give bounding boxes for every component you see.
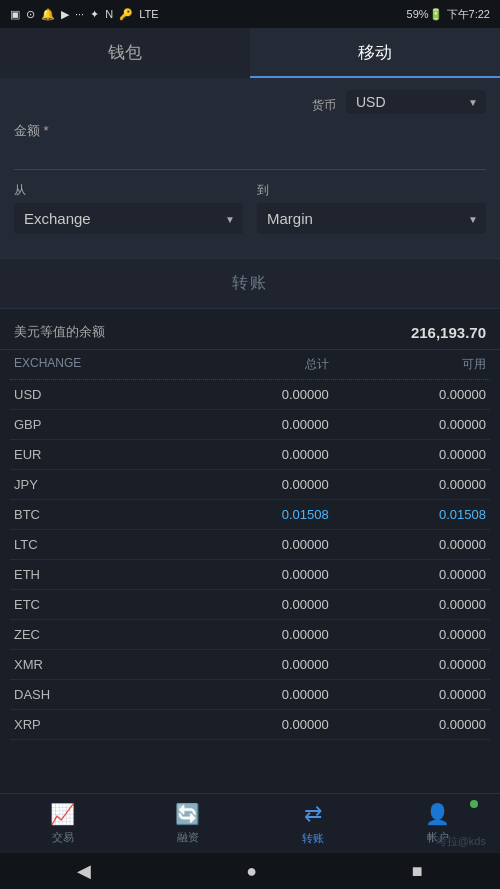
td-currency: BTC <box>14 507 171 522</box>
col-header-available: 可用 <box>329 356 486 373</box>
td-available: 0.01508 <box>329 507 486 522</box>
nav-transfer-label: 转账 <box>302 831 324 846</box>
tab-header: 钱包 移动 <box>0 28 500 78</box>
td-total: 0.00000 <box>171 387 328 402</box>
amount-label: 金额 * <box>14 122 486 140</box>
td-available: 0.00000 <box>329 567 486 582</box>
td-available: 0.00000 <box>329 717 486 732</box>
currency-select-wrapper[interactable]: USD BTC ETH <box>346 90 486 114</box>
td-total: 0.00000 <box>171 627 328 642</box>
td-available: 0.00000 <box>329 417 486 432</box>
watermark: 考拉@kds <box>436 834 486 849</box>
td-currency: XRP <box>14 717 171 732</box>
bottom-nav: 📈 交易 🔄 融资 ⇄ 转账 👤 帐户 <box>0 793 500 853</box>
table-row: JPY 0.00000 0.00000 <box>10 470 490 500</box>
system-nav: ◀ ● ■ <box>0 853 500 889</box>
play-icon: ▶ <box>61 8 69 21</box>
currency-label: 货币 <box>312 97 336 114</box>
col-header-total: 总计 <box>171 356 328 373</box>
balance-value: 216,193.70 <box>411 324 486 341</box>
from-select-wrapper[interactable]: Exchange Margin <box>14 203 243 234</box>
nav-trade[interactable]: 📈 交易 <box>0 794 125 853</box>
recents-button[interactable]: ■ <box>412 861 423 882</box>
status-bar: ▣ ⊙ 🔔 ▶ ··· ✦ N 🔑 LTE 59%🔋 下午7:22 <box>0 0 500 28</box>
td-total: 0.00000 <box>171 447 328 462</box>
col-header-currency: EXCHANGE <box>14 356 171 373</box>
table-row: EUR 0.00000 0.00000 <box>10 440 490 470</box>
balance-section: 美元等值的余额 216,193.70 <box>0 309 500 350</box>
transfer-btn-row: 转账 <box>0 258 500 309</box>
signal-icon: LTE <box>139 8 158 20</box>
status-right: 59%🔋 下午7:22 <box>407 7 490 22</box>
amount-row: 金额 * <box>14 122 486 170</box>
form-section: 货币 USD BTC ETH 金额 * 从 Exchange Margin 到 <box>0 78 500 258</box>
to-select-wrapper[interactable]: Margin Exchange <box>257 203 486 234</box>
table-row: ETH 0.00000 0.00000 <box>10 560 490 590</box>
td-total: 0.00000 <box>171 687 328 702</box>
td-currency: XMR <box>14 657 171 672</box>
td-currency: GBP <box>14 417 171 432</box>
from-group: 从 Exchange Margin <box>14 182 243 234</box>
td-currency: EUR <box>14 447 171 462</box>
back-button[interactable]: ◀ <box>77 860 91 882</box>
from-to-row: 从 Exchange Margin 到 Margin Exchange <box>14 182 486 234</box>
to-label: 到 <box>257 182 486 199</box>
from-select[interactable]: Exchange Margin <box>14 203 243 234</box>
nfc-icon: N <box>105 8 113 20</box>
balance-label: 美元等值的余额 <box>14 323 105 341</box>
td-total: 0.00000 <box>171 537 328 552</box>
table-row: BTC 0.01508 0.01508 <box>10 500 490 530</box>
td-total: 0.00000 <box>171 597 328 612</box>
account-dot-badge <box>470 800 478 808</box>
td-available: 0.00000 <box>329 597 486 612</box>
to-group: 到 Margin Exchange <box>257 182 486 234</box>
td-currency: LTC <box>14 537 171 552</box>
bluetooth-icon: ✦ <box>90 8 99 21</box>
td-available: 0.00000 <box>329 477 486 492</box>
status-left: ▣ ⊙ 🔔 ▶ ··· ✦ N 🔑 LTE <box>10 8 158 21</box>
table-row: LTC 0.00000 0.00000 <box>10 530 490 560</box>
table-header-row: EXCHANGE 总计 可用 <box>10 350 490 380</box>
td-available: 0.00000 <box>329 687 486 702</box>
td-total: 0.00000 <box>171 477 328 492</box>
battery-icon: 59%🔋 <box>407 8 443 21</box>
td-available: 0.00000 <box>329 537 486 552</box>
td-total: 0.01508 <box>171 507 328 522</box>
tab-wallet[interactable]: 钱包 <box>0 28 250 78</box>
currency-row: 货币 USD BTC ETH <box>14 90 486 114</box>
td-total: 0.00000 <box>171 717 328 732</box>
td-currency: ZEC <box>14 627 171 642</box>
trade-icon: 📈 <box>50 802 75 826</box>
td-currency: ETH <box>14 567 171 582</box>
nav-trade-label: 交易 <box>52 830 74 845</box>
td-total: 0.00000 <box>171 567 328 582</box>
td-total: 0.00000 <box>171 417 328 432</box>
app-icon-1: ▣ <box>10 8 20 21</box>
td-available: 0.00000 <box>329 627 486 642</box>
td-available: 0.00000 <box>329 657 486 672</box>
to-select[interactable]: Margin Exchange <box>257 203 486 234</box>
td-currency: DASH <box>14 687 171 702</box>
currency-select[interactable]: USD BTC ETH <box>346 90 486 114</box>
notification-icon: 🔔 <box>41 8 55 21</box>
tab-transfer[interactable]: 移动 <box>250 28 500 78</box>
account-icon: 👤 <box>425 802 450 826</box>
transfer-button[interactable]: 转账 <box>232 273 268 294</box>
table-row: USD 0.00000 0.00000 <box>10 380 490 410</box>
td-total: 0.00000 <box>171 657 328 672</box>
nav-fund-label: 融资 <box>177 830 199 845</box>
td-currency: JPY <box>14 477 171 492</box>
nav-transfer[interactable]: ⇄ 转账 <box>250 794 375 853</box>
nav-fund[interactable]: 🔄 融资 <box>125 794 250 853</box>
exchange-table: EXCHANGE 总计 可用 USD 0.00000 0.00000 GBP 0… <box>0 350 500 740</box>
amount-input[interactable] <box>14 144 486 170</box>
td-currency: ETC <box>14 597 171 612</box>
table-body: USD 0.00000 0.00000 GBP 0.00000 0.00000 … <box>10 380 490 740</box>
time-display: 下午7:22 <box>447 7 490 22</box>
fund-icon: 🔄 <box>175 802 200 826</box>
more-icon: ··· <box>75 8 84 20</box>
app-icon-2: ⊙ <box>26 8 35 21</box>
home-button[interactable]: ● <box>246 861 257 882</box>
key-icon: 🔑 <box>119 8 133 21</box>
table-row: ETC 0.00000 0.00000 <box>10 590 490 620</box>
